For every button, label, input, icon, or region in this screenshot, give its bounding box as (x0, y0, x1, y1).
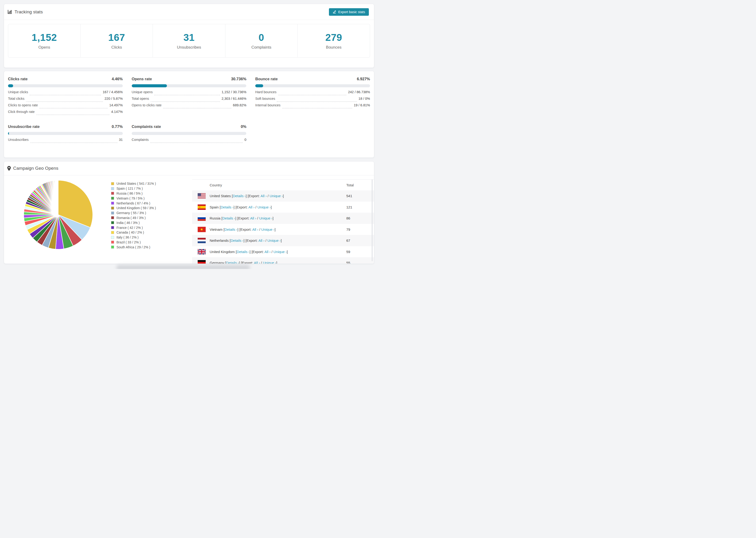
legend-item-vietnam[interactable]: Vietnam ( 79 / 5% ) (111, 196, 156, 201)
flag-de-icon (198, 260, 206, 264)
stat-value: 279 (325, 32, 342, 43)
details-link[interactable]: Details › (226, 261, 239, 264)
legend-item-netherlands[interactable]: Netherlands ( 67 / 4% ) (111, 201, 156, 206)
legend-item-spain[interactable]: Spain ( 121 / 7% ) (111, 186, 156, 191)
dotted-leader (29, 95, 101, 95)
rate-title: Unsubscribe rate (8, 125, 40, 129)
legend-item-united-states[interactable]: United States ( 541 / 31% ) (111, 181, 156, 186)
export-all-link[interactable]: All › (258, 239, 265, 242)
export-all-link[interactable]: All › (254, 261, 260, 264)
rate-value: 0.77% (112, 125, 123, 129)
geo-table-row-vn: Vietnam [Details ›] [Export: All › / Uni… (192, 224, 374, 235)
legend-item-france[interactable]: France ( 42 / 2% ) (111, 225, 156, 230)
export-all-link[interactable]: All › (248, 205, 254, 209)
details-link[interactable]: Details › (233, 194, 245, 198)
export-basic-stats-button[interactable]: Export basic stats (329, 8, 369, 16)
export-unique-link[interactable]: Unique › (257, 205, 271, 209)
geo-table-row-ru: Russia [Details ›] [Export: All › / Uniq… (192, 213, 374, 224)
export-all-link[interactable]: All › (264, 250, 270, 254)
rate-detail-row: Total clicks 220 / 5.87% (8, 97, 123, 103)
country-cell: Netherlands [Details ›] [Export: All › /… (210, 239, 346, 242)
stat-box-unsubscribes: 31Unsubscribes (153, 24, 225, 57)
dotted-leader (26, 101, 103, 102)
country-column-header: Country (210, 183, 346, 187)
legend-label: United Kingdom ( 59 / 3% ) (117, 206, 156, 210)
stat-label: Clicks (111, 45, 122, 50)
details-link[interactable]: Details › (222, 216, 235, 220)
stat-value: 167 (108, 32, 125, 43)
details-link[interactable]: Details › (225, 228, 237, 232)
legend-label: India ( 46 / 3% ) (117, 221, 140, 225)
geo-table-row-gb: United Kingdom [Details ›] [Export: All … (192, 246, 374, 257)
stat-label: Unsubscribes (177, 45, 201, 50)
legend-label: Canada ( 40 / 2% ) (117, 231, 144, 234)
legend-swatch (111, 197, 114, 200)
rate-progress-track (255, 84, 370, 87)
rate-block-complaints-rate: Complaints rate 0% Complaints 0 (132, 125, 246, 144)
export-all-link[interactable]: All › (250, 216, 256, 220)
stat-box-clicks: 167Clicks (81, 24, 153, 57)
geo-table-row-us: United States [Details ›] [Export: All ›… (192, 190, 374, 202)
total-cell: 121 (346, 205, 374, 209)
export-unique-link[interactable]: Unique › (274, 250, 287, 254)
geo-table-row-de: Germany [Details ›] [Export: All › / Uni… (192, 257, 374, 264)
export-unique-link[interactable]: Unique › (263, 261, 276, 264)
dotted-leader (30, 142, 117, 143)
legend-label: Romania ( 49 / 3% ) (117, 216, 146, 220)
legend-label: Russia ( 86 / 5% ) (117, 191, 142, 195)
stats-summary-row: 1,152Opens167Clicks31Unsubscribes0Compla… (8, 24, 370, 58)
geo-legend: United States ( 541 / 31% )Spain ( 121 /… (111, 181, 156, 249)
legend-item-romania[interactable]: Romania ( 49 / 3% ) (111, 215, 156, 220)
export-unique-link[interactable]: Unique › (261, 228, 275, 232)
country-cell: Spain [Details ›] [Export: All › / Uniqu… (210, 205, 346, 209)
details-link[interactable]: Details › (237, 250, 249, 254)
legend-swatch (111, 231, 114, 234)
total-cell: 59 (346, 250, 374, 254)
legend-label: Spain ( 121 / 7% ) (117, 187, 143, 190)
map-pin-icon (7, 166, 11, 171)
rate-detail-row: Unsubscribes 31 (8, 138, 123, 144)
export-button-label: Export basic stats (338, 10, 365, 14)
legend-item-india[interactable]: India ( 46 / 3% ) (111, 220, 156, 225)
rate-title: Bounce rate (255, 77, 278, 81)
legend-item-brazil[interactable]: Brazil ( 33 / 2% ) (111, 240, 156, 245)
geo-table-row-nl: Netherlands [Details ›] [Export: All › /… (192, 235, 374, 246)
table-scrollbar[interactable] (372, 179, 373, 261)
export-icon (333, 10, 336, 14)
rate-block-clicks-rate: Clicks rate 4.46% Unique clicks 167 / 4.… (8, 77, 123, 116)
flag-nl-icon (198, 238, 206, 243)
legend-item-russia[interactable]: Russia ( 86 / 5% ) (111, 191, 156, 196)
export-all-link[interactable]: All › (252, 228, 258, 232)
export-all-link[interactable]: All › (261, 194, 267, 198)
legend-item-germany[interactable]: Germany ( 55 / 3% ) (111, 211, 156, 215)
rate-progress-track (132, 84, 246, 87)
dotted-leader (36, 115, 110, 115)
geo-table: Country Total United States [Details ›] … (192, 179, 374, 264)
bottom-shadow (116, 265, 250, 269)
legend-item-united-kingdom[interactable]: United Kingdom ( 59 / 3% ) (111, 206, 156, 211)
legend-item-south-africa[interactable]: South Africa ( 29 / 2% ) (111, 244, 156, 249)
details-link[interactable]: Details › (231, 239, 243, 242)
pie-slice-other[interactable] (58, 180, 58, 215)
stat-value: 31 (183, 32, 195, 43)
stat-value: 0 (258, 32, 264, 43)
flag-us-icon (198, 193, 206, 198)
export-unique-link[interactable]: Unique › (270, 194, 283, 198)
dotted-leader (151, 101, 220, 102)
details-link[interactable]: Details › (221, 205, 234, 209)
export-unique-link[interactable]: Unique › (259, 216, 273, 220)
dotted-leader (39, 108, 108, 108)
rate-progress-track (8, 132, 123, 135)
legend-item-canada[interactable]: Canada ( 40 / 2% ) (111, 230, 156, 235)
legend-swatch (111, 226, 114, 229)
country-cell: United Kingdom [Details ›] [Export: All … (210, 250, 346, 254)
export-unique-link[interactable]: Unique › (267, 239, 281, 242)
dotted-leader (282, 108, 352, 108)
total-cell: 79 (346, 228, 374, 232)
legend-item-italy[interactable]: Italy ( 36 / 2% ) (111, 235, 156, 240)
country-cell: United States [Details ›] [Export: All ›… (210, 194, 346, 198)
stat-label: Opens (38, 45, 50, 50)
tracking-stats-panel: Tracking stats Export basic stats 1,152O… (4, 4, 374, 68)
rate-progress-fill (132, 84, 167, 87)
rate-detail-row: Total opens 2,303 / 61.446% (132, 97, 246, 103)
